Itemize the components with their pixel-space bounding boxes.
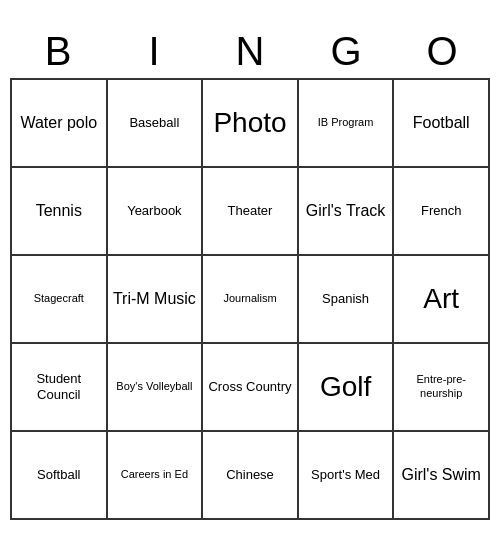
bingo-cell-1: Baseball: [108, 80, 204, 168]
bingo-cell-0: Water polo: [12, 80, 108, 168]
bingo-cell-7: Theater: [203, 168, 299, 256]
bingo-cell-17: Cross Country: [203, 344, 299, 432]
bingo-cell-15: Student Council: [12, 344, 108, 432]
header-n: N: [202, 25, 298, 78]
bingo-cell-11: Tri-M Music: [108, 256, 204, 344]
bingo-cell-18: Golf: [299, 344, 395, 432]
bingo-cell-22: Chinese: [203, 432, 299, 520]
bingo-cell-13: Spanish: [299, 256, 395, 344]
bingo-cell-8: Girl's Track: [299, 168, 395, 256]
bingo-cell-20: Softball: [12, 432, 108, 520]
bingo-cell-24: Girl's Swim: [394, 432, 490, 520]
bingo-cell-6: Yearbook: [108, 168, 204, 256]
bingo-cell-21: Careers in Ed: [108, 432, 204, 520]
bingo-cell-12: Journalism: [203, 256, 299, 344]
header-o: O: [394, 25, 490, 78]
bingo-cell-9: French: [394, 168, 490, 256]
bingo-cell-14: Art: [394, 256, 490, 344]
header-i: I: [106, 25, 202, 78]
bingo-cell-3: IB Program: [299, 80, 395, 168]
header-g: G: [298, 25, 394, 78]
bingo-cell-4: Football: [394, 80, 490, 168]
header-b: B: [10, 25, 106, 78]
bingo-cell-23: Sport's Med: [299, 432, 395, 520]
bingo-cell-16: Boy's Volleyball: [108, 344, 204, 432]
bingo-card: B I N G O Water poloBaseballPhotoIB Prog…: [10, 25, 490, 520]
bingo-cell-19: Entre-pre-neurship: [394, 344, 490, 432]
bingo-grid: Water poloBaseballPhotoIB ProgramFootbal…: [10, 78, 490, 520]
bingo-header: B I N G O: [10, 25, 490, 78]
bingo-cell-5: Tennis: [12, 168, 108, 256]
bingo-cell-10: Stagecraft: [12, 256, 108, 344]
bingo-cell-2: Photo: [203, 80, 299, 168]
